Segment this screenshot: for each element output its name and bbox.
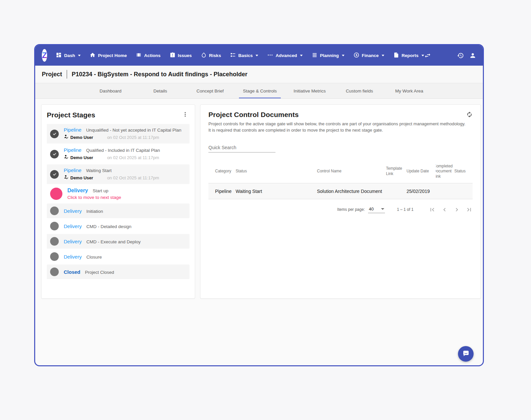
stage-row-pipeline-qualified[interactable]: Pipeline Qualified - Included in IT Capi…: [47, 144, 190, 164]
actions-icon: [136, 52, 142, 59]
cell-category: Pipeline: [208, 189, 236, 194]
tab-dashboard[interactable]: Dashboard: [86, 83, 135, 98]
nav-right-icons: [424, 52, 476, 59]
tab-concept-brief[interactable]: Concept Brief: [185, 83, 235, 98]
tab-details[interactable]: Details: [135, 83, 185, 98]
stage-name: Waiting Start: [86, 168, 112, 173]
tab-stage-controls[interactable]: Stage & Controls: [235, 83, 285, 98]
chevron-down-icon: [381, 208, 384, 210]
stage-category-link[interactable]: Delivery: [64, 239, 82, 244]
page-range-label: 1 – 1 of 1: [397, 207, 414, 212]
app-logo[interactable]: Z: [42, 49, 47, 62]
project-title-bar: Project P10234 - BigSystem - Respond to …: [35, 66, 483, 83]
stage-row-pipeline-waiting-start[interactable]: Pipeline Waiting Start Demo User on 02 O…: [47, 164, 190, 184]
stage-name: Closure: [86, 255, 102, 260]
page-title: P10234 - BigSystem - Respond to Audit fi…: [72, 71, 247, 78]
nav-item-issues[interactable]: Issues: [170, 52, 192, 59]
nav-item-label: Reports: [402, 53, 418, 58]
person-icon[interactable]: [469, 52, 476, 59]
future-stage-circle: [50, 252, 59, 261]
nav-item-finance[interactable]: $ Finance: [353, 52, 384, 59]
stage-name: Start up: [93, 188, 108, 193]
person-check-icon: [64, 134, 69, 141]
column-header-completed-document-link: Completed Document Link: [436, 164, 454, 179]
risk-drop-icon: [201, 52, 207, 59]
table-header-row: Category Status Control Name Template Li…: [208, 160, 473, 183]
nav-item-reports[interactable]: Reports: [393, 52, 424, 59]
stage-category-link[interactable]: Delivery: [64, 208, 82, 214]
stage-category-link[interactable]: Closed: [64, 269, 80, 275]
swap-horizontal-icon[interactable]: [424, 52, 431, 59]
stage-row-delivery-execute-deploy[interactable]: Delivery CMD - Execute and Deploy: [47, 234, 190, 249]
stage-category-link[interactable]: Delivery: [67, 188, 88, 194]
document-icon: [393, 52, 399, 59]
dashboard-icon: [56, 52, 62, 59]
nav-item-project-home[interactable]: Project Home: [90, 52, 127, 59]
nav-item-risks[interactable]: Risks: [201, 52, 221, 59]
issues-icon: [170, 52, 176, 59]
nav-item-basics[interactable]: Basics: [230, 52, 259, 59]
chevron-down-icon: [421, 55, 424, 56]
refresh-icon[interactable]: [466, 111, 473, 119]
nav-item-planning[interactable]: Planning: [312, 52, 344, 59]
app-window: Z Dash Project Home Actions Issues Ris: [34, 44, 484, 366]
stage-date: on 02 Oct 2025 at 11:17pm: [107, 155, 159, 160]
stage-row-delivery-initiation[interactable]: Delivery Initiation: [47, 204, 190, 218]
stage-date: on 02 Oct 2025 at 11:17pm: [107, 175, 159, 180]
project-stages-panel: Project Stages Pipeline Unqualified - No…: [41, 104, 195, 299]
items-per-page-value: 40: [369, 207, 373, 211]
current-stage-circle[interactable]: [50, 188, 62, 200]
last-page-icon[interactable]: [466, 206, 473, 213]
nav-items: Dash Project Home Actions Issues Risks: [56, 52, 424, 59]
nav-item-actions[interactable]: Actions: [136, 52, 161, 59]
tab-my-work-area[interactable]: My Work Area: [384, 83, 434, 98]
stage-category-link[interactable]: Pipeline: [64, 167, 81, 173]
stage-row-delivery-detailed-design[interactable]: Delivery CMD - Detailed design: [47, 219, 190, 233]
stage-category-link[interactable]: Delivery: [64, 223, 82, 229]
kebab-menu-icon[interactable]: [180, 111, 190, 119]
stage-row-delivery-closure[interactable]: Delivery Closure: [47, 249, 190, 264]
move-next-stage-link[interactable]: Click to move to next stage: [67, 195, 121, 200]
stage-name: Initiation: [86, 209, 103, 214]
future-stage-circle: [50, 268, 59, 276]
stage-user: Demo User: [70, 135, 93, 140]
nav-item-label: Basics: [238, 53, 253, 58]
next-page-icon[interactable]: [453, 206, 460, 213]
nav-item-label: Actions: [144, 53, 161, 58]
future-stage-circle: [50, 237, 59, 246]
ellipsis-icon: [267, 52, 273, 59]
logo-letter: Z: [42, 51, 47, 60]
first-page-icon[interactable]: [429, 206, 436, 213]
nav-item-label: Project Home: [98, 53, 127, 58]
previous-page-icon[interactable]: [441, 206, 448, 213]
nav-item-label: Advanced: [275, 53, 297, 58]
stage-row-pipeline-unqualified[interactable]: Pipeline Unqualified - Not yet accepted …: [47, 124, 190, 144]
items-per-page-select[interactable]: 40: [368, 206, 385, 213]
quick-search-input[interactable]: [208, 143, 275, 152]
chevron-down-icon: [256, 55, 258, 56]
stage-category-link[interactable]: Pipeline: [64, 147, 81, 153]
chevron-down-icon: [382, 55, 384, 56]
project-section-label: Project: [42, 71, 62, 78]
items-per-page-label: Items per page:: [337, 207, 365, 212]
stage-name: Qualified - Included in IT Capital Plan: [86, 148, 160, 153]
stage-category-link[interactable]: Pipeline: [64, 127, 81, 133]
person-check-icon: [64, 154, 69, 161]
table-row[interactable]: Pipeline Waiting Start Solution Architec…: [208, 183, 473, 199]
nav-item-label: Risks: [209, 53, 221, 58]
stage-name: Unqualified - Not yet accepted in IT Cap…: [86, 128, 181, 133]
column-header-update-date: Update Date: [405, 169, 436, 174]
tab-custom-fields[interactable]: Custom fields: [335, 83, 384, 98]
history-icon[interactable]: [457, 52, 464, 59]
nav-item-dash[interactable]: Dash: [56, 52, 81, 59]
column-header-status: Status: [236, 169, 317, 174]
chevron-down-icon: [78, 55, 81, 56]
stage-category-link[interactable]: Delivery: [64, 254, 82, 260]
tab-initiative-metrics[interactable]: Initiative Metrics: [285, 83, 335, 98]
nav-item-advanced[interactable]: Advanced: [267, 52, 303, 59]
check-circle-icon: [50, 150, 59, 158]
chat-launcher-button[interactable]: [458, 346, 474, 362]
stage-row-delivery-startup-current[interactable]: Delivery Start up Click to move to next …: [47, 185, 190, 203]
stage-row-closed[interactable]: Closed Project Closed: [47, 265, 190, 279]
dollar-icon: $: [353, 52, 359, 59]
